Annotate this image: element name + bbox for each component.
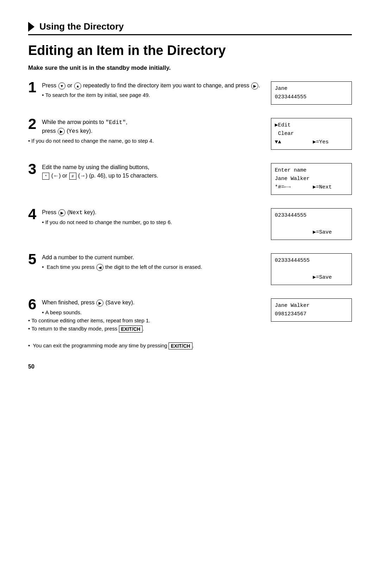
step-6-note-1: A beep sounds. [28,309,260,315]
step-5-display: 02333444555 ▶=Save [271,253,352,285]
header-divider [28,34,352,35]
step-2-lcd: ▶Edit Clear ▼▲ ▶=Yes [271,118,352,153]
step-2-display: ▶Edit Clear ▼▲ ▶=Yes [271,118,352,150]
right-arrow-icon-2: ▶ [58,128,65,135]
page-number: 50 [28,364,352,370]
step-4-content-wrap: 4 Press ▶ (Next key). If you do not need… [28,208,260,225]
step-1-lcd: Jane 0233444555 [271,81,352,108]
step-1-number: 1 [28,80,36,95]
step-5-left: 5 Add a number to the current number. Ea… [28,253,271,271]
step-5-content-wrap: 5 Add a number to the current number. Ea… [28,253,260,271]
step-3: 3 Edit the name by using the dialling bu… [28,163,352,198]
step-6-lcd: Jane Walker 0981234567 [271,298,352,325]
step-2-note: If you do not need to change the name, g… [28,138,260,144]
step-6-note-3: To return to the standby mode, press EXI… [28,326,260,333]
step-6-content-wrap: 6 When finished, press ▶ (Save key). A b… [28,298,260,333]
step-4-display: 0233444555 ▶=Save [271,208,352,240]
step-6-number: 6 [28,297,36,312]
step-6-note-2: To continue editing other items, repeat … [28,317,260,323]
subtitle: Make sure the unit is in the standby mod… [28,64,352,72]
step-3-text: Edit the name by using the dialling butt… [28,163,260,180]
step-4-note: If you do not need to change the number,… [28,219,260,225]
step-2-number: 2 [28,117,36,131]
step-2-content-wrap: 2 While the arrow points to "Edit", pres… [28,118,260,144]
star-key-icon: * [42,173,49,180]
step-6-text: When finished, press ▶ (Save key). [28,298,260,307]
step-3-left: 3 Edit the name by using the dialling bu… [28,163,271,180]
right-arrow-icon: ▶ [251,82,258,89]
footer-note: You can exit the programming mode any ti… [28,342,352,349]
hash-key-icon: # [69,173,76,180]
up-arrow-icon: ▲ [74,82,81,89]
step-4: 4 Press ▶ (Next key). If you do not need… [28,208,352,243]
step-6-left: 6 When finished, press ▶ (Save key). A b… [28,298,271,333]
header-title: Using the Directory [39,21,124,32]
exit-ch-key-footer: EXIT/CH [169,342,192,349]
step-4-text: Press ▶ (Next key). [28,208,260,217]
step-3-display: Enter name Jane Walker *#=←→ ▶=Next [271,163,352,195]
page-title: Editing an Item in the Directory [28,43,352,58]
step-6-display: Jane Walker 0981234567 [271,298,352,322]
step-3-lcd: Enter name Jane Walker *#=←→ ▶=Next [271,163,352,198]
step-1-display: Jane 0233444555 [271,81,352,105]
step-5-text: Add a number to the current number. [28,253,260,262]
header-section: Using the Directory [28,21,352,32]
down-arrow-icon: ▼ [58,82,65,89]
step-1: 1 Press ▼ or ▲ repeatedly to find the di… [28,81,352,108]
step-4-left: 4 Press ▶ (Next key). If you do not need… [28,208,271,225]
left-arrow-icon-5: ◀ [96,264,103,271]
step-1-content-wrap: 1 Press ▼ or ▲ repeatedly to find the di… [28,81,260,98]
step-5-lcd: 02333444555 ▶=Save [271,253,352,289]
step-2-left: 2 While the arrow points to "Edit", pres… [28,118,271,144]
right-arrow-icon-4: ▶ [58,209,65,216]
step-5: 5 Add a number to the current number. Ea… [28,253,352,289]
step-5-number: 5 [28,252,36,267]
step-3-number: 3 [28,162,36,177]
step-6: 6 When finished, press ▶ (Save key). A b… [28,298,352,333]
exit-ch-key: EXIT/CH [119,326,142,333]
step-5-note: Each time you press ◀ the digit to the l… [28,264,260,271]
step-1-note: To search for the item by initial, see p… [28,92,260,98]
step-4-number: 4 [28,207,36,222]
step-1-left: 1 Press ▼ or ▲ repeatedly to find the di… [28,81,271,98]
step-4-lcd: 0233444555 ▶=Save [271,208,352,243]
step-2: 2 While the arrow points to "Edit", pres… [28,118,352,153]
step-1-text: Press ▼ or ▲ repeatedly to find the dire… [28,81,260,90]
step-3-content-wrap: 3 Edit the name by using the dialling bu… [28,163,260,180]
header-arrow-icon [28,22,34,32]
step-2-text: While the arrow points to "Edit", press … [28,118,260,136]
right-arrow-icon-6: ▶ [96,299,103,307]
